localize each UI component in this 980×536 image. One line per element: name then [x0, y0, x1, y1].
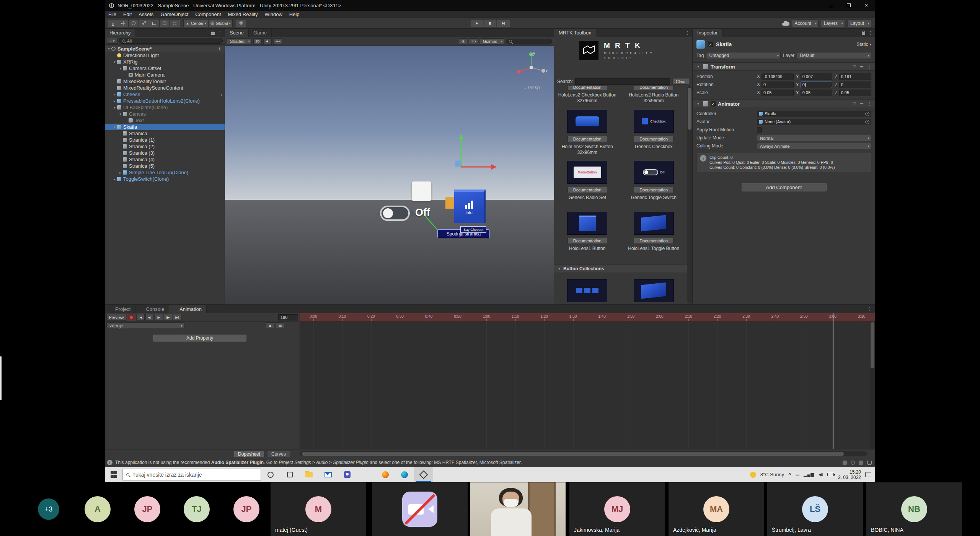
- transform-tool-button[interactable]: [160, 19, 170, 27]
- tab-inspector[interactable]: Inspector: [693, 29, 722, 37]
- rotation-x-field[interactable]: 0: [761, 82, 794, 88]
- foldout-open-icon[interactable]: ▾: [118, 67, 123, 70]
- menu-component[interactable]: Component: [192, 11, 224, 17]
- space-toggle-button[interactable]: Global▾: [209, 19, 233, 27]
- foldout-open-icon[interactable]: ▾: [112, 60, 117, 64]
- tag-dropdown[interactable]: Untagged: [706, 52, 781, 59]
- add-event-button[interactable]: ▦: [276, 322, 284, 329]
- add-property-button[interactable]: Add Property: [153, 335, 246, 342]
- hierarchy-search-input[interactable]: All: [119, 38, 223, 44]
- hierarchy-item-stranica-1[interactable]: Stranica (1): [105, 137, 225, 143]
- object-name-field[interactable]: Skatla: [716, 41, 853, 47]
- rotate-tool-button[interactable]: [129, 19, 139, 27]
- vertical-scrollbar[interactable]: [870, 322, 875, 449]
- documentation-button[interactable]: Documentation: [567, 187, 607, 193]
- menu-assets[interactable]: Assets: [135, 11, 157, 17]
- taskbar-search-input[interactable]: Tukaj vnesite izraz za iskanje: [122, 469, 261, 480]
- tab-console[interactable]: Console: [135, 305, 169, 313]
- status-mini-icon[interactable]: [843, 461, 847, 465]
- start-button[interactable]: [105, 467, 122, 482]
- gizmos-dropdown[interactable]: Gizmos: [480, 38, 504, 45]
- white-backplate-object[interactable]: [412, 181, 431, 201]
- scale-x-field[interactable]: 0.05: [761, 90, 794, 96]
- hierarchy-item-camera-offset[interactable]: ▾Camera Offset: [105, 65, 225, 72]
- position-y-field[interactable]: 0.007: [801, 74, 833, 80]
- hierarchy-item-stranica-2[interactable]: Stranica (2): [105, 143, 225, 150]
- foldout-open-icon[interactable]: ▾: [118, 112, 123, 116]
- custom-tool-button[interactable]: [170, 19, 180, 27]
- component-menu-icon[interactable]: ⋮: [867, 101, 872, 106]
- participant-tile-trumbelj-lavra[interactable]: LŠŠtrumbelj, Lavra: [767, 482, 863, 536]
- hierarchy-item-mixedrealityscenecontent[interactable]: MixedRealitySceneContent: [105, 85, 225, 91]
- maximize-button[interactable]: [840, 0, 858, 11]
- foldout-open-icon[interactable]: ▾: [696, 65, 701, 69]
- layers-dropdown[interactable]: Layers: [821, 20, 845, 27]
- hierarchy-item-text[interactable]: Text: [105, 117, 225, 124]
- participant-tile-bobi-nina[interactable]: NBBOBIĆ, NINA: [866, 482, 962, 536]
- hierarchy-item-stranica[interactable]: Stranica: [105, 130, 225, 137]
- next-key-button[interactable]: |▶: [164, 314, 172, 320]
- update-mode-dropdown[interactable]: Normal: [757, 135, 871, 141]
- add-keyframe-button[interactable]: ◆: [266, 322, 274, 329]
- tab-scene[interactable]: Scene: [225, 29, 249, 37]
- layout-dropdown[interactable]: Layout: [847, 20, 871, 27]
- participant-avatar-tj[interactable]: TJ: [184, 496, 210, 522]
- hand-tool-button[interactable]: [108, 19, 118, 27]
- hierarchy-item-directional-light[interactable]: Directional Light: [105, 52, 225, 59]
- pause-button[interactable]: [483, 19, 497, 27]
- network-tray-icon[interactable]: ▂▄▆: [804, 472, 814, 477]
- hierarchy-item-cheese[interactable]: ▸Cheese›: [105, 91, 225, 98]
- rotation-y-field[interactable]: 0: [801, 82, 833, 88]
- culling-mode-dropdown[interactable]: Always Animate: [757, 143, 871, 149]
- component-menu-icon[interactable]: ⋮: [867, 64, 872, 69]
- toggle-switch-object[interactable]: [380, 206, 410, 221]
- create-object-button[interactable]: +▾: [107, 38, 117, 44]
- scene-options-icon[interactable]: ⋮: [217, 46, 222, 51]
- menu-file[interactable]: File: [105, 11, 120, 17]
- account-dropdown[interactable]: Account: [792, 20, 819, 27]
- step-button[interactable]: [497, 19, 510, 27]
- acrobat-taskbar-icon[interactable]: [357, 467, 376, 482]
- move-tool-button[interactable]: [118, 19, 129, 27]
- dopesheet-grid[interactable]: [300, 322, 870, 449]
- documentation-button[interactable]: Documentation: [567, 86, 607, 90]
- foldout-closed-icon[interactable]: ▸: [112, 93, 117, 96]
- cloud-collab-icon[interactable]: [782, 21, 789, 26]
- preview-toggle-button[interactable]: Preview: [106, 314, 126, 320]
- action-center-icon[interactable]: [865, 472, 871, 477]
- scene-search-input[interactable]: [506, 39, 552, 44]
- asset-preview-hl1button[interactable]: [567, 212, 607, 235]
- documentation-button[interactable]: Documentation: [634, 86, 673, 90]
- taskbar-clock[interactable]: 15:20 2. 03. 2022: [838, 469, 861, 480]
- status-mini-icon[interactable]: [859, 461, 863, 465]
- scale-tool-button[interactable]: [139, 19, 149, 27]
- asset-preview-switch[interactable]: [567, 110, 607, 133]
- active-checkbox[interactable]: ✓: [708, 42, 713, 47]
- controller-object-field[interactable]: Skatla: [757, 111, 871, 117]
- last-key-button[interactable]: ▶|: [173, 314, 181, 320]
- scale-z-field[interactable]: 0.05: [839, 90, 871, 96]
- curves-tab-button[interactable]: Curves: [267, 451, 290, 457]
- asset-preview-checkbox[interactable]: Checkbox: [634, 110, 674, 133]
- scale-y-field[interactable]: 0.05: [801, 90, 833, 96]
- documentation-button[interactable]: Documentation: [634, 136, 673, 142]
- clear-button[interactable]: Clear: [672, 78, 689, 85]
- layer-dropdown[interactable]: Default: [797, 52, 871, 59]
- cortana-taskbar-icon[interactable]: [261, 467, 280, 482]
- participant-tile-camera_off[interactable]: [372, 482, 468, 536]
- foldout-closed-icon[interactable]: ▸: [112, 99, 117, 103]
- menu-mixed-reality[interactable]: Mixed Reality: [225, 11, 261, 17]
- mrtk-search-input[interactable]: [575, 78, 670, 85]
- hierarchy-item-stranica-3[interactable]: Stranica (3): [105, 150, 225, 156]
- close-button[interactable]: ×: [858, 0, 875, 11]
- position-x-field[interactable]: -0.108409: [761, 74, 794, 80]
- battery-tray-icon[interactable]: [827, 473, 834, 476]
- participants-overflow-badge[interactable]: +3: [38, 498, 59, 520]
- clip-dropdown[interactable]: vrtenje: [106, 322, 184, 329]
- panel-menu-icon[interactable]: ⋮: [218, 30, 222, 36]
- avatar-object-field[interactable]: None (Avatar): [757, 119, 871, 125]
- participant-avatar-jp[interactable]: JP: [233, 496, 259, 522]
- mail-taskbar-icon[interactable]: [318, 467, 338, 482]
- presets-icon[interactable]: ⚌: [859, 101, 864, 106]
- file-explorer-taskbar-icon[interactable]: [299, 467, 318, 482]
